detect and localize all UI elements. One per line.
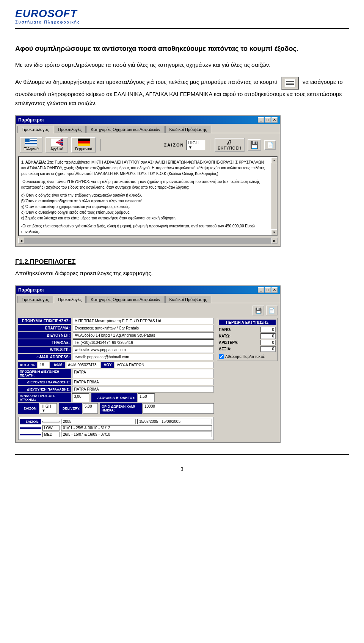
- perioria-dexia-label: ΔΕΞΙΑ:: [219, 347, 242, 351]
- scroll-left-button[interactable]: ◀: [18, 238, 24, 244]
- english-label: Αγγλικά: [50, 147, 63, 151]
- logo: EUROSOFT Συστήματα Πληροφορικής: [15, 8, 80, 24]
- value-thl[interactable]: Tel.(+30)2610434474-6972265416: [73, 339, 214, 346]
- toolbar-separator: [100, 139, 101, 151]
- perioria-katw-label: ΚΑΤΩ:: [219, 334, 242, 338]
- saison-year-dropdown[interactable]: [42, 421, 60, 422]
- save-button[interactable]: 💾: [248, 139, 261, 151]
- saison-select[interactable]: HIGH ▼: [186, 140, 205, 150]
- svg-line-1: [51, 139, 63, 146]
- para2-before: Αν θέλουμε να δημιουργήσουμε και τιμοκατ…: [15, 79, 278, 85]
- saison-year-date-range: 15/07/2005 - 15/09/2005: [137, 419, 212, 424]
- scroll-down-button[interactable]: ▼: [271, 229, 277, 235]
- perioria-dexia-value[interactable]: 0: [260, 346, 276, 352]
- doy-value[interactable]: ΔΟΥ-Α ΠΑΤΡΩΝ: [115, 362, 214, 368]
- fpa-label: Φ.Π.Α. %:: [18, 362, 37, 368]
- dialog-2-title: Παράμετροι: [18, 287, 44, 293]
- afm-row: Φ.Π.Α. %: 18 ΑΦΜ: ΑΦΜ:095327473 ΔΟΥ: ΔΟΥ…: [18, 362, 214, 368]
- tab2-timokatalogos[interactable]: Τιμοκατάλογος: [17, 296, 53, 303]
- scroll-up-button[interactable]: ▲: [271, 157, 277, 163]
- value-email[interactable]: e-mail: peppascar@hotmail.com: [73, 354, 214, 360]
- label-email: e-MAIL ADDRESS:: [18, 354, 71, 360]
- perioria-row-panw: ΠΑΝΩ: 0: [219, 327, 276, 333]
- orio-label: ΟΡΙΟ ΔΩΡΕΑΝ ΧΛΜ/ΗΜΕΡΑ:: [100, 403, 142, 414]
- dialog-2-body: 💾 📄 ΕΠΩΝΥΜΙΑ ΕΠΙΧΕΙΡΗΣΗΣ: Δ.ΠΕΠΠΑΣ Μονοπ…: [16, 303, 280, 442]
- scroll-thumb[interactable]: [271, 163, 277, 229]
- minimize-button-2[interactable]: _: [258, 287, 264, 293]
- asfaleia-value[interactable]: 3,00: [72, 393, 89, 402]
- saizones-section: ΣΑΙΖΟΝ: 2005 15/07/2005 - 15/09/2005 LOW…: [18, 417, 214, 440]
- asfaleia-b-value[interactable]: 1,50: [138, 393, 155, 402]
- value-eponymia[interactable]: Δ.ΠΕΠΠΑΣ Μονοπρόσωπη Ε.Π.Ε. / D.PEPPAS L…: [73, 318, 214, 324]
- minimize-button[interactable]: _: [258, 117, 264, 123]
- value-website[interactable]: web-site: www.peppascar.com: [73, 347, 214, 353]
- saison-main-label: ΣΑΙΖΟΝ:: [18, 403, 39, 414]
- paragraph-1: Με τον ίδιο τρόπο συμπληρώνουμε τα ποσά …: [15, 60, 349, 69]
- greek-lang-button[interactable]: Ελληνικά: [20, 137, 42, 153]
- saison-low-dates: 01/01 - 25/5 & 08/10 - 31/12: [61, 425, 212, 431]
- scroll-right-button[interactable]: ▶: [271, 238, 278, 244]
- horizontal-scrollbar[interactable]: ◀ ▶: [18, 238, 278, 244]
- german-lang-button[interactable]: Γερμανικά: [71, 137, 96, 153]
- extra-icon: 📄: [267, 142, 273, 148]
- vertical-scrollbar[interactable]: ▲ ▼: [271, 157, 277, 235]
- tab-timokatalogos[interactable]: Τιμοκατάλογος: [17, 126, 53, 133]
- delivery-label: DELIVERY:: [59, 403, 82, 414]
- greek-label: Ελληνικά: [24, 147, 39, 151]
- maximize-button[interactable]: □: [265, 117, 271, 123]
- saison-row-med: MED 26/5 - 15/07 & 16/09 - 07/10: [20, 432, 212, 437]
- label-thl: ΤΗΛ/ΦΑΞ:: [18, 339, 71, 346]
- tab-proepiliges[interactable]: Προεπιλογές: [54, 126, 86, 133]
- perioria-box: ΠΕΡΙΩΡΙΑ ΕΚΤΥΠΩΣΗΣ ΠΑΝΩ: 0 ΚΑΤΩ: 0 ΑΡΙΣΤ…: [217, 318, 278, 361]
- asfaleion-checkbox[interactable]: [219, 354, 224, 359]
- inline-button-icon: [281, 76, 299, 90]
- orio-value[interactable]: 10000: [143, 403, 214, 414]
- perioria-panw-value[interactable]: 0: [260, 327, 276, 333]
- afm-label: ΑΦΜ:: [50, 362, 65, 368]
- perioria-row-dexia: ΔΕΞΙΑ: 0: [219, 346, 276, 352]
- dialog2-floppy-icon: 💾: [255, 307, 262, 314]
- afm-value[interactable]: ΑΦΜ:095327473: [66, 362, 100, 368]
- saison-med-dropdown[interactable]: MED: [42, 432, 60, 437]
- text-area-container: 1. ΑΣΦΑΛΕΙΑ: Στις Τιμές περιλαμβάνεται Μ…: [18, 156, 278, 236]
- tab2-categories[interactable]: Κατηγορίες Οχημάτων και Ασφαλειών: [86, 296, 164, 303]
- dieuth-paral-value[interactable]: ΠΑΤΡΑ PRIMA: [72, 386, 214, 392]
- section-2-para: Αποθηκεύονται διάφορες προεπιλογές της ε…: [15, 269, 349, 278]
- proswrini-value[interactable]: ΠΑΤΡΑ: [72, 369, 214, 378]
- dialog2-save-button[interactable]: 💾: [253, 306, 264, 315]
- perioria-aristera-label: ΑΡΙΣΤΕΡΑ:: [219, 340, 242, 345]
- value-dieuthynsi[interactable]: Αγ.Ανδρέου 1-Πάτρα / 1 Ag.Andreou Str.-P…: [73, 332, 214, 339]
- maximize-button-2[interactable]: □: [265, 287, 271, 293]
- tab2-codes[interactable]: Κωδικοί Πρόσβασης: [165, 296, 211, 303]
- dieuth-paral-label: ΔΙΕΥΘΥΝΣΗ ΠΑΡΑΛΑΒΗΣ:: [18, 386, 71, 392]
- tab-categories[interactable]: Κατηγορίες Οχημάτων και Ασφαλειών: [86, 126, 164, 133]
- print-button[interactable]: 🖨 ΕΚΤΥΠΟΣΗ: [215, 138, 245, 152]
- delivery-value[interactable]: 5,00: [83, 403, 98, 414]
- close-button-2[interactable]: ✕: [271, 287, 278, 293]
- close-button[interactable]: ✕: [271, 117, 278, 123]
- saison-main-value[interactable]: HIGH ▼: [40, 403, 57, 414]
- english-lang-button[interactable]: Αγγλικά: [46, 137, 68, 153]
- svg-line-4: [51, 139, 63, 146]
- fpa-value[interactable]: 18: [38, 362, 49, 368]
- dialog2-extra-button[interactable]: 📄: [266, 306, 278, 315]
- tab2-proepiliges[interactable]: Προεπιλογές: [54, 296, 86, 303]
- perioria-aristera-value[interactable]: 0: [260, 340, 276, 345]
- scroll-track: [24, 238, 271, 244]
- dialog2-main-layout: ΕΠΩΝΥΜΙΑ ΕΠΙΧΕΙΡΗΣΗΣ: Δ.ΠΕΠΠΑΣ Μονοπρόσω…: [18, 318, 278, 440]
- text-content: 1. ΑΣΦΑΛΕΙΑ: Στις Τιμές περιλαμβάνεται Μ…: [19, 157, 271, 235]
- tab-codes[interactable]: Κωδικοί Πρόσβασης: [165, 126, 211, 133]
- saison-delivery-row: ΣΑΙΖΟΝ: HIGH ▼ DELIVERY: 5,00 ΟΡΙΟ ΔΩΡΕΑ…: [18, 403, 214, 414]
- toolbar: Ελληνικά: [18, 136, 278, 154]
- dialog-2: Παράμετροι _ □ ✕ Τιμοκατάλογος Προεπιλογ…: [15, 285, 281, 443]
- perioria-row-katw: ΚΑΤΩ: 0: [219, 333, 276, 339]
- right-panel: ΠΕΡΙΩΡΙΑ ΕΚΤΥΠΩΣΗΣ ΠΑΝΩ: 0 ΚΑΤΩ: 0 ΑΡΙΣΤ…: [217, 318, 278, 440]
- dieuth-par-value[interactable]: ΠΑΤΡΑ PRIMA: [72, 379, 214, 385]
- toolbar-separator-2: [210, 139, 210, 151]
- svg-line-3: [51, 139, 63, 146]
- value-epaggelma[interactable]: Ενοικιάσεις αυτοκινήτων / Car Rentals: [73, 325, 214, 331]
- saison-low-dropdown[interactable]: LOW: [42, 425, 60, 431]
- perioria-katw-value[interactable]: 0: [260, 333, 276, 339]
- extra-button[interactable]: 📄: [264, 140, 276, 150]
- saison-med-dates: 26/5 - 15/07 & 16/09 - 07/10: [61, 432, 212, 437]
